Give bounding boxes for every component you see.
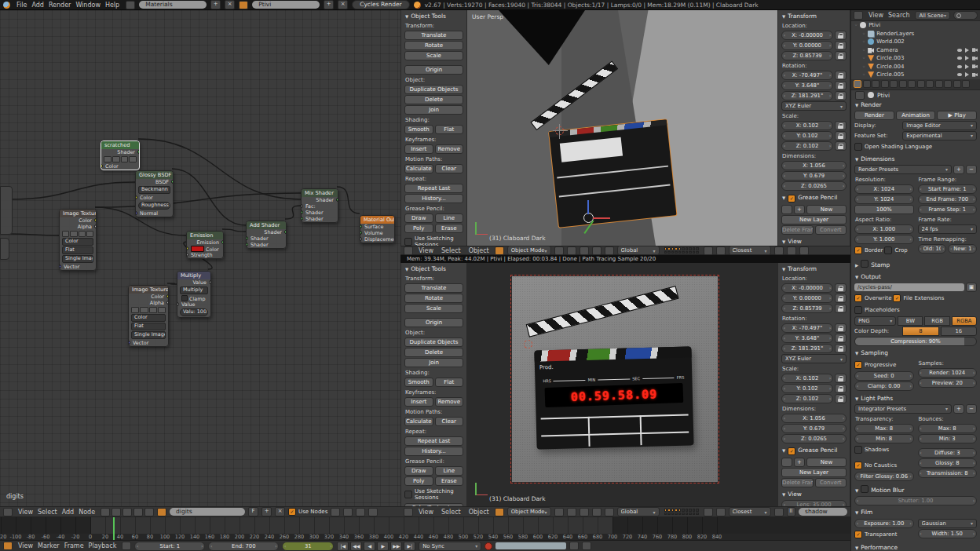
lock-icon[interactable] [835,334,847,343]
number-field-z-0-85739[interactable]: ‹Z: 0.85739› [781,51,833,60]
pencil-icon[interactable] [781,205,792,214]
snap-element-select[interactable]: Closest▾ [729,246,771,255]
button-play[interactable]: ▶ Play [937,111,977,120]
viewport-3d-bottom[interactable]: Prod. HRSMINSECFRS 00.59.58.09 (31) Clab… [467,263,777,506]
topbar-menu-window[interactable]: Window [73,2,103,9]
panel-header-light-paths[interactable]: ▼Light Paths [854,394,977,403]
button-new[interactable]: New [806,205,847,214]
number-field-x-1-056[interactable]: ‹X: 1.056› [781,161,847,170]
output-socket[interactable] [137,150,139,154]
layer-cell[interactable] [696,247,699,250]
material-add-button[interactable]: + [210,0,221,9]
checkbox-box[interactable] [854,446,862,454]
button-flat[interactable]: Flat [435,125,464,134]
add-preset-button[interactable]: + [953,404,964,414]
increment-arrow[interactable]: › [971,469,976,477]
dropdown-image-editor[interactable]: Image Editor▾ [902,121,977,130]
editor-type-icon[interactable] [3,508,13,516]
visibility-toggle[interactable] [957,73,962,76]
topbar-menu-file[interactable]: File [14,2,29,9]
button-delete[interactable]: Delete [404,95,463,104]
object-nodes-icon[interactable] [122,508,132,516]
outliner-item-camera[interactable]: ◦Camera [851,46,980,55]
number-field-clamp-0-00[interactable]: ‹Clamp: 0.00› [854,381,914,391]
add-preset-button[interactable]: + [953,165,964,174]
number-field-z-0-0265[interactable]: ‹Z: 0.0265› [781,434,847,443]
input-socket[interactable] [302,217,303,221]
layer-cell[interactable] [667,247,671,250]
increment-arrow[interactable]: › [841,435,846,443]
number-field-x-0-00000[interactable]: ‹X: -0.00000› [781,31,833,40]
number-field-y-0-679[interactable]: ‹Y: 0.679› [781,171,847,181]
number-field-x-0-102[interactable]: ‹X: 0.102› [781,121,833,130]
manipulator-z-axis[interactable] [587,200,589,214]
image-selector-part[interactable] [121,156,129,162]
add-icon[interactable]: + [794,205,805,214]
button-line[interactable]: Line [435,213,464,223]
selectability-toggle[interactable] [965,72,969,77]
button-translate[interactable]: Translate [404,31,463,40]
disclosure-triangle-icon[interactable]: ▼ [855,396,858,401]
node-multiply[interactable]: MultiplyValueMultiplyClampValueValu: 100… [177,271,211,318]
topbar-menu-help[interactable]: Help [103,2,122,9]
texture-nodes-icon[interactable] [144,508,154,516]
node-editor-menu-select[interactable]: Select [35,509,60,516]
button-render[interactable]: Render [854,111,894,120]
tab-object-data-icon[interactable] [917,80,925,88]
timeline-menu-view[interactable]: View [16,542,35,549]
render-toggle[interactable] [972,57,978,60]
lock-icon[interactable] [835,374,847,383]
node-scratched[interactable]: scratchedShaderColor [101,140,140,170]
layer-cell[interactable] [696,509,699,512]
increment-arrow[interactable]: › [971,435,976,443]
number-field-transmission-8[interactable]: ‹Transmission: 8› [918,469,978,478]
node-input-color[interactable]: Color [136,195,173,201]
number-field-y-3-648[interactable]: ‹Y: 3.648°› [781,81,833,90]
number-field-old-100[interactable]: ‹Old: 100› [918,244,947,254]
lock-icon[interactable] [835,283,847,293]
lock-icon[interactable] [835,394,847,403]
layer-cell[interactable] [693,509,696,512]
checkbox-border[interactable]: ✓Border [854,246,883,254]
disclosure-triangle-icon[interactable]: ▼ [782,492,785,497]
button-erase[interactable]: Erase [435,476,464,486]
layer-cell[interactable] [678,251,682,254]
layer-cell[interactable] [667,251,671,254]
increment-arrow[interactable]: › [971,185,976,193]
brush-icon[interactable] [787,246,796,255]
partial-node[interactable] [0,238,9,260]
button-draw[interactable]: Draw [404,213,433,223]
increment-arrow[interactable]: › [971,459,976,467]
number-field-preview-20[interactable]: ‹Preview: 20› [918,378,978,388]
tab-object-icon[interactable] [890,80,898,88]
layer-cell[interactable] [678,509,682,512]
button-origin[interactable]: Origin [404,65,463,75]
disclosure-triangle-icon[interactable]: ▼ [855,157,858,162]
lock-icon[interactable] [835,304,847,313]
jump-to-start-button[interactable]: |◀ [337,542,349,551]
sync-mode-select[interactable]: No Sync▾ [419,542,481,551]
increment-arrow[interactable]: › [828,284,832,292]
input-socket[interactable] [302,204,303,208]
number-field-x-1-000[interactable]: ‹X: 1.000› [854,224,914,234]
node-input-displacement[interactable]: Displacement [360,236,394,243]
texture-paint-icon[interactable] [799,246,809,255]
button-smooth[interactable]: Smooth [404,378,433,387]
increment-arrow[interactable]: › [841,162,846,170]
scene-name-field[interactable]: Ptivi [252,1,320,9]
checkbox-box[interactable] [404,238,412,246]
number-field-z-0-102[interactable]: ‹Z: 0.102› [781,394,833,403]
viewport-menu-select[interactable]: Select [439,247,463,254]
button-translate[interactable]: Translate [404,283,463,293]
render-toggle[interactable] [972,73,978,77]
output-socket[interactable] [94,218,96,222]
tab-particles-icon[interactable] [944,80,952,88]
node-dropdown-flat[interactable]: Flat [131,323,166,330]
increment-arrow[interactable]: › [828,395,832,403]
orientation-select[interactable]: Global▾ [617,246,660,255]
node-dropdown-flat[interactable]: Flat [62,246,93,254]
increment-arrow[interactable]: › [828,305,832,312]
layer-cell[interactable] [686,251,689,254]
number-field-y-0-102[interactable]: ‹Y: 0.102› [781,131,833,140]
insert-keyframe-icon[interactable] [569,542,579,550]
